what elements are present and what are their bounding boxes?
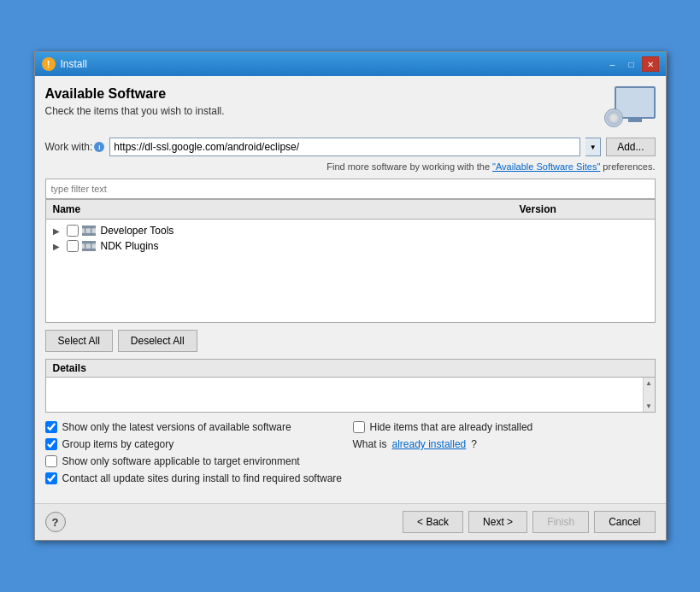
header-icon: [604, 86, 656, 129]
titlebar-left: ! Install: [42, 57, 87, 71]
window-title: Install: [61, 58, 87, 70]
group-by-category-col: Group items by category: [45, 438, 348, 450]
titlebar: ! Install – □ ✕: [35, 52, 666, 76]
table-header: Name Version: [46, 200, 655, 220]
hide-installed-label: Hide items that are already installed: [370, 421, 533, 433]
contact-update-sites-checkbox[interactable]: [45, 472, 57, 484]
checkbox-row-2: Group items by category What is already …: [45, 438, 656, 450]
footer-right: < Back Next > Finish Cancel: [403, 511, 655, 533]
table-body: ▶ ▦▦▦ Developer Tools ▶ ▦▦▦ NDK Plugins: [46, 220, 655, 322]
help-button[interactable]: ?: [45, 512, 66, 532]
cancel-button[interactable]: Cancel: [594, 511, 655, 533]
header-text: Available Software Check the items that …: [45, 86, 225, 117]
checkbox-row-4: Contact all update sites during install …: [45, 472, 656, 484]
contact-update-sites-col: Contact all update sites during install …: [45, 472, 656, 484]
close-button[interactable]: ✕: [642, 56, 659, 72]
already-installed-suffix: ?: [471, 438, 477, 450]
latest-versions-col: Show only the latest versions of availab…: [45, 421, 348, 433]
latest-versions-label: Show only the latest versions of availab…: [62, 421, 291, 433]
column-header-name: Name: [53, 203, 520, 215]
install-window: ! Install – □ ✕ Available Software Check…: [34, 51, 667, 541]
warning-icon: !: [42, 57, 56, 71]
footer: ? < Back Next > Finish Cancel: [35, 503, 666, 540]
select-all-button[interactable]: Select All: [45, 330, 113, 352]
page-title: Available Software: [45, 86, 225, 102]
scroll-down-arrow[interactable]: ▼: [645, 401, 652, 412]
buttons-row: Select All Deselect All: [45, 323, 656, 359]
finish-button[interactable]: Finish: [532, 511, 589, 533]
header-section: Available Software Check the items that …: [45, 86, 656, 129]
details-body: ▲ ▼: [46, 378, 655, 412]
work-with-row: Work with: i ▼ Add...: [45, 138, 656, 156]
filter-input[interactable]: [45, 179, 656, 199]
footer-left: ?: [45, 512, 66, 532]
cd-icon: [604, 108, 623, 127]
details-section: Details ▲ ▼: [45, 359, 656, 413]
plugin-icon-2: ▦▦▦: [82, 241, 96, 251]
details-scrollbar: ▲ ▼: [643, 378, 655, 412]
group-by-category-checkbox[interactable]: [45, 438, 57, 450]
target-env-checkbox[interactable]: [45, 455, 57, 467]
expand-arrow-1[interactable]: ▶: [53, 226, 63, 236]
software-table: Name Version ▶ ▦▦▦ Developer Tools ▶ ▦▦▦: [45, 199, 656, 323]
available-software-sites-link[interactable]: "Available Software Sites": [492, 161, 600, 172]
already-installed-text: What is: [353, 438, 387, 450]
checkbox-row-3: Show only software applicable to target …: [45, 455, 656, 467]
deselect-all-button[interactable]: Deselect All: [118, 330, 197, 352]
expand-arrow-2[interactable]: ▶: [53, 242, 63, 251]
already-installed-link[interactable]: already installed: [392, 438, 467, 450]
main-content: Available Software Check the items that …: [35, 76, 666, 503]
plugin-icon-1: ▦▦▦: [82, 226, 96, 236]
table-row: ▶ ▦▦▦ NDK Plugins: [48, 238, 653, 254]
software-sites-text: Find more software by working with the "…: [45, 161, 656, 172]
hide-installed-checkbox[interactable]: [353, 421, 365, 433]
row-checkbox-1[interactable]: [67, 225, 79, 237]
checkbox-row-1: Show only the latest versions of availab…: [45, 421, 656, 433]
latest-versions-checkbox[interactable]: [45, 421, 57, 433]
hide-installed-col: Hide items that are already installed: [353, 421, 656, 433]
minimize-button[interactable]: –: [604, 56, 621, 72]
already-installed-col: What is already installed ?: [353, 438, 656, 450]
add-button[interactable]: Add...: [606, 138, 655, 156]
contact-update-sites-label: Contact all update sites during install …: [62, 472, 343, 484]
titlebar-controls: – □ ✕: [604, 56, 659, 72]
group-by-category-label: Group items by category: [62, 438, 174, 450]
row-checkbox-2[interactable]: [67, 240, 79, 252]
info-icon[interactable]: i: [94, 142, 104, 152]
checkboxes-section: Show only the latest versions of availab…: [45, 421, 656, 484]
details-header: Details: [46, 360, 655, 378]
maximize-button[interactable]: □: [623, 56, 640, 72]
scroll-up-arrow[interactable]: ▲: [645, 378, 652, 389]
page-subtitle: Check the items that you wish to install…: [45, 105, 225, 117]
table-row: ▶ ▦▦▦ Developer Tools: [48, 223, 653, 238]
work-with-dropdown[interactable]: ▼: [585, 138, 601, 156]
work-with-input[interactable]: [109, 138, 580, 156]
row-name-2: NDK Plugins: [101, 240, 516, 252]
next-button[interactable]: Next >: [468, 511, 527, 533]
column-header-version: Version: [520, 203, 648, 215]
row-name-1: Developer Tools: [101, 225, 516, 237]
back-button[interactable]: < Back: [403, 511, 463, 533]
work-with-label: Work with: i: [45, 141, 105, 153]
target-env-col: Show only software applicable to target …: [45, 455, 656, 467]
target-env-label: Show only software applicable to target …: [62, 455, 300, 467]
